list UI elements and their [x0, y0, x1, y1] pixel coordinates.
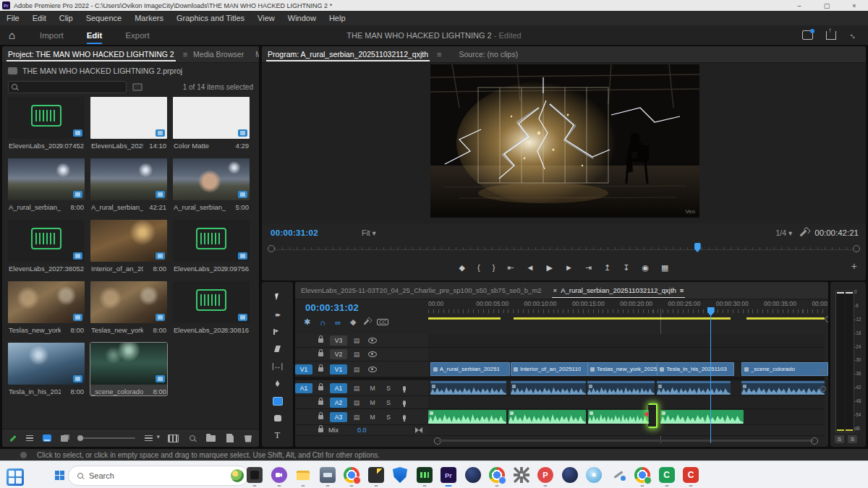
audio-clip[interactable]: [657, 381, 731, 395]
project-item-thumbnail[interactable]: [8, 158, 85, 200]
menu-markers[interactable]: Markers: [128, 14, 170, 22]
project-item-thumbnail[interactable]: [90, 158, 167, 200]
video-clip[interactable]: Interior_of_an_2025110: [511, 362, 590, 376]
track-a1-lane[interactable]: [428, 380, 825, 396]
mark-in-button[interactable]: {: [477, 263, 480, 272]
tab-media-browser[interactable]: Media Browser: [187, 46, 250, 62]
lock-icon[interactable]: [318, 386, 323, 390]
source-patch-v1[interactable]: V1: [295, 364, 312, 374]
lock-icon[interactable]: [318, 338, 323, 343]
settings-wrench-icon[interactable]: [800, 229, 807, 236]
project-item[interactable]: A_rural_serbian_2025... 8:00: [8, 158, 85, 211]
lift-button[interactable]: ↥: [604, 263, 610, 273]
track-output-eye-icon[interactable]: [368, 351, 377, 357]
new-bin-button[interactable]: [206, 435, 216, 442]
timeline-vertical-scrollbar[interactable]: [820, 369, 826, 392]
video-clip[interactable]: _scene_colorado: [741, 362, 828, 376]
track-target-v1[interactable]: V1: [330, 364, 347, 374]
premiere-pro-taskbar-icon[interactable]: Pr: [441, 467, 456, 483]
search-highlight-icon[interactable]: [231, 469, 244, 482]
snap-toggle[interactable]: ∩: [320, 318, 326, 327]
source-patch-a1[interactable]: A1: [295, 383, 312, 393]
razor-tool[interactable]: [271, 344, 284, 354]
menu-file[interactable]: File: [0, 14, 26, 22]
project-item[interactable]: Teslas_new_york_202... 8:00: [8, 281, 85, 334]
sync-lock-icon[interactable]: ▤: [349, 399, 365, 406]
selection-tool[interactable]: [271, 292, 284, 301]
lock-icon[interactable]: [318, 428, 323, 432]
linked-selection-toggle[interactable]: ∞: [335, 318, 341, 327]
red-p-app-icon[interactable]: P: [537, 467, 553, 483]
sync-lock-icon[interactable]: ▤: [349, 385, 365, 392]
clear-button[interactable]: [244, 435, 252, 442]
timeline-panel-menu-icon[interactable]: ≡: [680, 286, 684, 294]
widgets-icon[interactable]: [7, 468, 24, 486]
program-video-frame[interactable]: Veo: [430, 64, 699, 218]
project-item-thumbnail[interactable]: [90, 343, 167, 385]
music-audio-clip[interactable]: [660, 410, 744, 424]
new-item-button[interactable]: [226, 434, 234, 442]
project-item-thumbnail[interactable]: [8, 97, 85, 139]
solo-button[interactable]: S: [380, 385, 396, 392]
nest-toggle[interactable]: ✱: [304, 317, 310, 327]
blue-app-icon[interactable]: [586, 467, 602, 483]
navy-app-icon[interactable]: [465, 467, 481, 483]
export-frame-button[interactable]: ◉: [642, 263, 649, 273]
green-app-icon[interactable]: [417, 467, 433, 483]
list-view-button[interactable]: [26, 435, 33, 442]
program-playhead[interactable]: [694, 243, 701, 252]
scrubber-track[interactable]: [275, 247, 853, 250]
zoom-level-dropdown[interactable]: Fit ▾: [362, 228, 376, 237]
quick-export-icon[interactable]: [802, 30, 813, 40]
tab-close-icon[interactable]: ×: [553, 286, 558, 294]
workspace-tab-export[interactable]: Export: [124, 28, 150, 43]
red-c-app-icon[interactable]: C: [683, 467, 699, 483]
project-item[interactable]: ElevenLabs_2025-... 7:38052: [8, 220, 85, 273]
video-clip[interactable]: A_rural_serbian_20251: [430, 362, 510, 376]
tab-program[interactable]: Program: A_rural_serbian_202511032112_qx…: [262, 46, 434, 62]
settings-gear-icon[interactable]: [514, 467, 529, 483]
lock-icon[interactable]: [318, 352, 323, 356]
tab-truncated[interactable]: M: [250, 46, 259, 62]
project-item-thumbnail[interactable]: [90, 220, 167, 262]
project-writable-icon[interactable]: [9, 435, 16, 441]
project-breadcrumb[interactable]: THE MAN WHO HACKED LIGHTNING 2.prproj: [2, 63, 259, 79]
music-audio-clip[interactable]: [509, 410, 586, 424]
rectangle-tool[interactable]: [271, 396, 284, 406]
solo-button[interactable]: S: [835, 435, 844, 443]
workspace-tab-import[interactable]: Import: [38, 28, 65, 43]
chrome-profile-icon-2[interactable]: [634, 467, 650, 483]
add-marker-button[interactable]: ◆: [350, 317, 356, 327]
voice-over-record-icon[interactable]: [403, 386, 406, 390]
lock-icon[interactable]: [318, 415, 323, 419]
step-back-button[interactable]: ◄: [527, 263, 535, 272]
go-to-in-button[interactable]: ⇤: [507, 263, 514, 273]
track-v1-lane[interactable]: A_rural_serbian_20251 Interior_of_an_202…: [428, 361, 825, 377]
project-item-thumbnail[interactable]: [173, 281, 250, 323]
track-target-v3[interactable]: V3: [330, 335, 347, 346]
mix-value[interactable]: 0.0: [357, 427, 367, 434]
close-button[interactable]: ×: [841, 2, 868, 9]
timeline-playhead[interactable]: [710, 307, 711, 443]
project-item[interactable]: A_rural_serbian_202... 42:21: [90, 158, 167, 211]
project-item[interactable]: A_rural_serbian_2025... 5:00: [173, 158, 250, 211]
voice-over-record-icon[interactable]: [403, 401, 406, 405]
windows-security-icon[interactable]: [392, 467, 408, 483]
type-tool[interactable]: T: [271, 431, 284, 440]
dark-app-icon[interactable]: [247, 467, 263, 483]
device-app-icon[interactable]: [320, 467, 336, 483]
code-app-icon[interactable]: [368, 467, 384, 483]
solo-button[interactable]: S: [380, 399, 396, 406]
music-audio-clip[interactable]: [588, 410, 649, 424]
start-button[interactable]: [55, 471, 64, 480]
audio-clip[interactable]: [587, 381, 655, 395]
taskbar-search[interactable]: Search: [68, 466, 249, 486]
project-item-thumbnail[interactable]: [90, 281, 167, 323]
track-a3-lane[interactable]: [428, 409, 825, 425]
mute-button[interactable]: M: [365, 385, 380, 392]
timeline-timecode[interactable]: 00:00:31:02: [305, 302, 359, 313]
solo-button[interactable]: S: [848, 435, 857, 443]
project-item-thumbnail[interactable]: [8, 220, 85, 262]
menu-window[interactable]: Window: [281, 14, 323, 22]
find-button[interactable]: [190, 435, 195, 441]
